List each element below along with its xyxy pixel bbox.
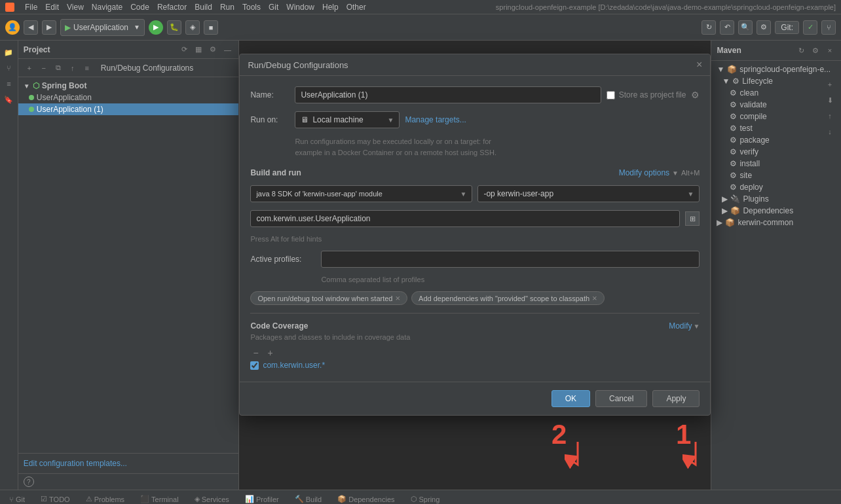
maven-compile[interactable]: ⚙compile	[711, 111, 841, 122]
sdk-select[interactable]: java 8 SDK of 'kerwin-user-app' module ▼	[250, 185, 472, 202]
menu-window[interactable]: Window	[286, 3, 314, 12]
menu-view[interactable]: View	[67, 3, 84, 12]
store-as-project-label[interactable]: Store as project file	[607, 90, 686, 99]
branch-btn[interactable]: ⑂	[821, 20, 836, 35]
apply-button[interactable]: Apply	[652, 390, 700, 407]
add-config-btn[interactable]: +	[24, 62, 35, 74]
forward-btn[interactable]: ▶	[42, 20, 56, 35]
maven-settings-btn[interactable]: ⚙	[810, 45, 821, 56]
module-select[interactable]: -op kerwin-user-app ▼	[477, 185, 700, 202]
panel-settings-btn[interactable]: ⚙	[207, 44, 219, 56]
tab-services[interactable]: ◈ Services	[191, 492, 233, 504]
run-button[interactable]: ▶	[149, 20, 163, 35]
menu-run[interactable]: Run	[220, 3, 234, 12]
coverage-remove-btn[interactable]: −	[250, 346, 261, 359]
checkmark-btn[interactable]: ✓	[803, 20, 817, 35]
back-btn[interactable]: ◀	[24, 20, 38, 35]
plugins-group[interactable]: ▶ 🔌 Plugins	[711, 193, 841, 205]
menu-code[interactable]: Code	[130, 3, 149, 12]
modify-link[interactable]: Modify	[669, 321, 692, 331]
maven-add-btn[interactable]: +	[824, 79, 836, 90]
coverage-add-btn[interactable]: +	[265, 346, 276, 359]
lifecycle-group[interactable]: ▼ ⚙ Lifecycle	[711, 75, 841, 87]
maven-down-btn[interactable]: ↓	[824, 126, 836, 137]
remove-config-btn[interactable]: −	[38, 62, 50, 74]
structure-icon[interactable]: ≡	[2, 77, 15, 90]
name-input[interactable]	[295, 86, 601, 103]
maven-refresh-btn[interactable]: ↻	[795, 45, 807, 56]
maven-package[interactable]: ⚙package	[711, 134, 841, 146]
bookmarks-icon[interactable]: 🔖	[2, 93, 15, 106]
search-btn[interactable]: 🔍	[738, 20, 753, 35]
coverage-checkbox[interactable]	[250, 361, 259, 370]
menu-file[interactable]: File	[25, 3, 37, 12]
shortcut-text: Alt+M	[681, 169, 700, 177]
maven-verify[interactable]: ⚙verify	[711, 146, 841, 158]
user-app-1-item[interactable]: UserApplication (1)	[18, 103, 239, 115]
menu-build[interactable]: Build	[195, 3, 212, 12]
collapse-btn[interactable]: ▦	[193, 44, 204, 56]
active-profiles-input[interactable]	[321, 251, 700, 268]
debug-btn[interactable]: 🐛	[167, 20, 181, 35]
edit-templates-link[interactable]: Edit configuration templates...	[24, 459, 127, 468]
manage-targets-link[interactable]: Manage targets...	[405, 115, 466, 124]
maven-close-btn[interactable]: ×	[824, 45, 836, 56]
run-config-select[interactable]: ▶ UserApplication ▼	[60, 19, 145, 36]
tab-build[interactable]: 🔨 Build	[291, 492, 326, 504]
tab-profiler[interactable]: 📊 Profiler	[241, 492, 283, 504]
maven-clean[interactable]: ⚙clean	[711, 87, 841, 99]
name-row: Name: Store as project file ⚙	[250, 86, 700, 103]
sort-btn[interactable]: ≡	[81, 62, 93, 74]
help-icon[interactable]: ?	[24, 477, 34, 487]
dependencies-group[interactable]: ▶ 📦 Dependencies	[711, 205, 841, 217]
menu-navigate[interactable]: Navigate	[92, 3, 122, 12]
user-app-item[interactable]: UserApplication	[18, 92, 239, 103]
tag-2-close-btn[interactable]: ×	[592, 294, 597, 302]
menu-tools[interactable]: Tools	[242, 3, 261, 12]
menu-help[interactable]: Help	[322, 3, 339, 12]
tab-problems[interactable]: ⚠ Problems	[82, 492, 128, 504]
tab-terminal[interactable]: ⬛ Terminal	[136, 492, 183, 504]
menu-git[interactable]: Git	[269, 3, 278, 12]
commit-icon[interactable]: ⑂	[2, 62, 15, 75]
menu-edit[interactable]: Edit	[45, 3, 59, 12]
tab-git[interactable]: ⑂ Git	[5, 493, 29, 505]
name-gear-btn[interactable]: ⚙	[691, 90, 700, 100]
refresh-btn[interactable]: ↻	[701, 20, 716, 35]
tag-1-close-btn[interactable]: ×	[395, 294, 400, 302]
tab-spring[interactable]: ⬡ Spring	[407, 492, 444, 504]
maven-up-btn[interactable]: ↑	[824, 110, 836, 122]
maven-title: Maven	[717, 46, 795, 55]
panel-close-btn[interactable]: —	[221, 44, 233, 56]
menu-refactor[interactable]: Refactor	[157, 3, 187, 12]
maven-site[interactable]: ⚙site	[711, 170, 841, 181]
maven-test[interactable]: ⚙test	[711, 122, 841, 134]
maven-validate[interactable]: ⚙validate	[711, 99, 841, 111]
spring-boot-group[interactable]: ▼ ⬡ Spring Boot	[18, 80, 239, 92]
store-as-project-checkbox[interactable]	[607, 91, 615, 99]
main-class-input[interactable]	[250, 210, 680, 227]
run-on-select[interactable]: 🖥 Local machine ▼	[295, 111, 400, 128]
settings-btn[interactable]: ⚙	[757, 20, 771, 35]
tab-dependencies[interactable]: 📦 Dependencies	[333, 492, 398, 504]
cancel-button[interactable]: Cancel	[595, 390, 647, 407]
tab-todo[interactable]: ☑ TODO	[37, 492, 74, 504]
maven-download-btn[interactable]: ⬇	[824, 94, 836, 106]
move-up-btn[interactable]: ↑	[67, 62, 79, 74]
git-button[interactable]: Git:	[775, 21, 799, 34]
maven-project-item[interactable]: ▼ 📦 springcloud-openfeign-e...	[711, 63, 841, 75]
dialog-close-btn[interactable]: ×	[696, 60, 702, 70]
coverage-btn[interactable]: ◈	[185, 20, 200, 35]
modify-options-link[interactable]: Modify options	[619, 168, 669, 177]
expand-btn[interactable]: ⊞	[685, 211, 700, 226]
copy-config-btn[interactable]: ⧉	[52, 62, 64, 74]
project-icon[interactable]: 📁	[2, 46, 15, 59]
menu-other[interactable]: Other	[346, 3, 366, 12]
maven-deploy[interactable]: ⚙deploy	[711, 181, 841, 193]
maven-install[interactable]: ⚙install	[711, 158, 841, 170]
sync-btn[interactable]: ⟳	[178, 44, 190, 56]
stop-btn[interactable]: ■	[204, 20, 218, 35]
ok-button[interactable]: OK	[551, 390, 590, 407]
kerwin-common-item[interactable]: ▶ 📦 kerwin-common	[711, 217, 841, 228]
undo-btn[interactable]: ↶	[720, 20, 734, 35]
